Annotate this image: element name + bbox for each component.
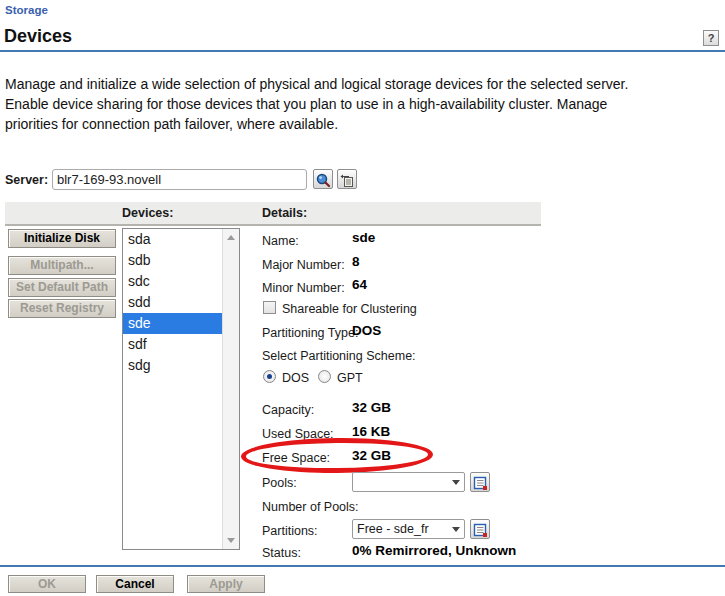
- chevron-down-icon: [452, 480, 460, 485]
- footer-divider: [0, 565, 725, 567]
- chevron-down-icon: [452, 527, 460, 532]
- reset-registry-button[interactable]: Reset Registry: [8, 299, 116, 318]
- set-default-path-button[interactable]: Set Default Path: [8, 278, 116, 297]
- free-space-value: 32 GB: [352, 448, 391, 463]
- partitions-browse-button[interactable]: [470, 519, 490, 539]
- server-label: Server:: [5, 173, 48, 187]
- pools-dropdown[interactable]: [352, 472, 465, 492]
- apply-button[interactable]: Apply: [187, 575, 265, 593]
- server-input[interactable]: [52, 169, 307, 190]
- partitioning-scheme-label: Select Partitioning Scheme:: [262, 349, 416, 363]
- device-listbox[interactable]: sda sdb sdc sdd sde sdf sdg: [122, 228, 240, 550]
- page-description: Manage and initialize a wide selection o…: [5, 74, 630, 134]
- name-value: sde: [352, 230, 375, 245]
- title-divider: [0, 50, 725, 52]
- name-label: Name:: [262, 234, 299, 248]
- free-space-label: Free Space:: [262, 451, 330, 465]
- minor-number-value: 64: [352, 277, 367, 292]
- dos-radio-label: DOS: [282, 371, 309, 385]
- capacity-value: 32 GB: [352, 400, 391, 415]
- search-icon: [314, 172, 332, 188]
- list-item-sde[interactable]: sde: [123, 313, 223, 334]
- shareable-label: Shareable for Clustering: [282, 302, 417, 316]
- list-item-sdf[interactable]: sdf: [123, 334, 223, 355]
- scroll-down-icon[interactable]: [227, 538, 235, 543]
- devices-column-header: Devices:: [122, 206, 173, 220]
- used-space-label: Used Space:: [262, 427, 334, 441]
- capacity-label: Capacity:: [262, 403, 314, 417]
- dos-radio[interactable]: [263, 370, 276, 383]
- cancel-button[interactable]: Cancel: [96, 575, 174, 593]
- partitions-label: Partitions:: [262, 524, 318, 538]
- partitions-dropdown[interactable]: Free - sde_fr: [352, 519, 465, 539]
- number-of-pools-label: Number of Pools:: [262, 500, 359, 514]
- list-item-sdb[interactable]: sdb: [123, 250, 223, 271]
- major-number-value: 8: [352, 254, 360, 269]
- status-value: 0% Remirrored, Unknown: [352, 543, 516, 558]
- multipath-button[interactable]: Multipath...: [8, 256, 116, 275]
- object-history-button[interactable]: [337, 169, 357, 189]
- used-space-value: 16 KB: [352, 424, 390, 439]
- pools-label: Pools:: [262, 476, 297, 490]
- object-selector-button[interactable]: [313, 169, 333, 189]
- scroll-up-icon[interactable]: [227, 235, 235, 240]
- list-item-sda[interactable]: sda: [123, 229, 223, 250]
- page-title: Devices: [4, 26, 72, 47]
- browse-list-icon: [471, 475, 489, 491]
- list-item-sdc[interactable]: sdc: [123, 271, 223, 292]
- details-column-header: Details:: [262, 206, 307, 220]
- minor-number-label: Minor Number:: [262, 281, 345, 295]
- list-scrollbar[interactable]: [222, 229, 239, 549]
- history-icon: [338, 172, 356, 188]
- panel-header: Devices: Details:: [5, 202, 541, 226]
- device-list: sda sdb sdc sdd sde sdf sdg: [123, 229, 223, 376]
- list-item-sdd[interactable]: sdd: [123, 292, 223, 313]
- status-label: Status:: [262, 546, 301, 560]
- breadcrumb-storage-link[interactable]: Storage: [5, 4, 48, 16]
- pools-browse-button[interactable]: [470, 472, 490, 492]
- gpt-radio[interactable]: [318, 370, 331, 383]
- browse-list-icon: [471, 522, 489, 538]
- gpt-radio-label: GPT: [337, 371, 363, 385]
- shareable-checkbox[interactable]: [263, 301, 276, 314]
- help-button[interactable]: ?: [703, 30, 719, 46]
- initialize-disk-button[interactable]: Initialize Disk: [8, 229, 116, 248]
- partitioning-type-label: Partitioning Type:: [262, 326, 358, 340]
- ok-button[interactable]: OK: [8, 575, 86, 593]
- devices-page: Storage Devices ? Manage and initialize …: [0, 0, 725, 596]
- list-item-sdg[interactable]: sdg: [123, 355, 223, 376]
- partitions-dropdown-value: Free - sde_fr: [357, 522, 429, 536]
- major-number-label: Major Number:: [262, 258, 345, 272]
- partitioning-type-value: DOS: [352, 323, 381, 338]
